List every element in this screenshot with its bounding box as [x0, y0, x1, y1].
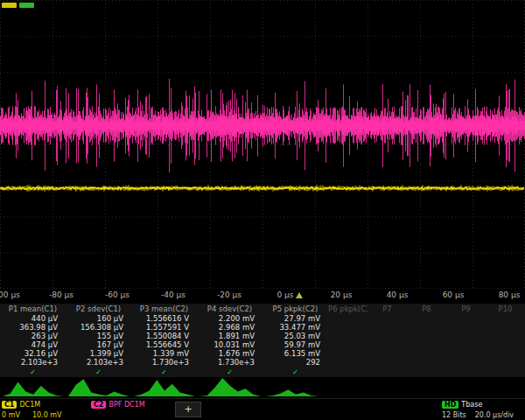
measure-value-cell: 167 µV — [66, 340, 131, 349]
annotation-chip-yellow — [2, 3, 17, 8]
measure-value-cell — [368, 358, 407, 367]
measure-value-cell: 1.730e+3 — [131, 358, 197, 367]
measure-value-cell — [328, 314, 368, 323]
timebase-label: Tbase — [461, 401, 482, 409]
axis-tick-label: 0 µs — [276, 290, 293, 299]
timebase-bits: 12 Bits — [442, 411, 466, 419]
measure-value-cell: 1.556616 V — [131, 314, 197, 323]
measure-value-cell — [446, 349, 486, 358]
histicon-thumbnail[interactable] — [265, 375, 326, 396]
measure-value-cell: 33.477 mV — [262, 323, 328, 332]
channel-descriptor-c1[interactable]: C1 DC1M 0 mV 10.0 mV — [2, 400, 89, 419]
axis-tick-label: 20 µs — [331, 290, 353, 299]
measure-header-cell[interactable]: P5 pkpk(C2) — [262, 304, 328, 314]
annotation-chip-green — [19, 3, 34, 8]
measure-value-cell — [407, 358, 446, 367]
measure-table: P1 mean(C1)P2 sdev(C1)P3 mean(C2)P4 sdev… — [0, 304, 525, 377]
measure-value-cell: 6.135 mV — [262, 349, 328, 358]
measure-value-cell: 32.16 µV — [0, 349, 66, 358]
measure-header-cell[interactable]: P2 sdev(C1) — [66, 304, 131, 314]
timebase-scale: 20.0 µs/div — [475, 411, 514, 419]
measure-value-cell: 263 µV — [0, 332, 66, 340]
measure-value-cell — [486, 358, 525, 367]
footer: C1 DC1M 0 mV 10.0 mV C2 BPF DC1M + HD Tb… — [0, 398, 525, 420]
measure-value-cell: 2.200 mV — [197, 314, 262, 323]
channel-descriptor-c2[interactable]: C2 BPF DC1M — [91, 400, 170, 409]
c1-chip: C1 — [2, 401, 17, 409]
measure-value-cell — [328, 358, 368, 367]
measure-value-cell — [486, 323, 525, 332]
measure-value-cell — [446, 323, 486, 332]
measure-value-cell: 1.399 µV — [66, 349, 131, 358]
histicon-thumbnail[interactable] — [134, 375, 195, 396]
measure-value-cell — [486, 349, 525, 358]
measure-header-cell[interactable]: P4 sdev(C2) — [197, 304, 262, 314]
trigger-marker[interactable] — [296, 292, 303, 298]
time-axis: -100 µs-80 µs-60 µs-40 µs-20 µs0 µs20 µs… — [0, 290, 525, 302]
measure-header-cell[interactable]: P7 — [368, 304, 407, 314]
measure-value-cell: 155 µV — [66, 332, 131, 340]
measure-value-cell — [407, 314, 446, 323]
measure-value-cell — [407, 349, 446, 358]
measure-header-cell[interactable]: P6 pkpk(C3) — [328, 304, 368, 314]
c1-scale: 10.0 mV — [32, 411, 62, 419]
timebase-descriptor[interactable]: HD Tbase 12 Bits 20.0 µs/div — [442, 400, 525, 419]
status-chips — [2, 3, 34, 8]
measure-value-cell — [407, 332, 446, 340]
measure-value-cell: 292 — [262, 358, 328, 367]
measure-value-cell: 10.031 mV — [197, 340, 262, 349]
measure-value-cell — [446, 340, 486, 349]
measure-value-cell — [368, 323, 407, 332]
measure-header-cell[interactable]: P3 mean(C2) — [131, 304, 197, 314]
measure-header-cell[interactable]: P9 — [446, 304, 486, 314]
measure-value-cell: 25.03 mV — [262, 332, 328, 340]
c1-offset: 0 mV — [2, 411, 20, 419]
c1-coupling: DC1M — [19, 401, 40, 409]
histicon-thumbnail[interactable] — [200, 375, 261, 396]
measure-value-cell — [328, 340, 368, 349]
measure-value-cell: 156.308 µV — [66, 323, 131, 332]
measure-value-cell: 160 µV — [66, 314, 131, 323]
measure-value-cell — [486, 340, 525, 349]
axis-tick-label: -20 µs — [217, 290, 242, 299]
histicon-thumbnail[interactable] — [3, 375, 64, 396]
axis-tick-label: 60 µs — [443, 290, 465, 299]
measure-value-cell — [407, 340, 446, 349]
measure-header-cell[interactable]: P1 mean(C1) — [0, 304, 66, 314]
measure-value-cell — [328, 349, 368, 358]
measure-value-cell: 1.550084 V — [131, 332, 197, 340]
histicon-thumbnail[interactable] — [68, 375, 130, 396]
axis-tick-label: 40 µs — [387, 290, 409, 299]
c2-coupling: BPF DC1M — [108, 401, 144, 409]
axis-tick-label: -40 µs — [161, 290, 186, 299]
measure-value-cell: 1.676 mV — [197, 349, 262, 358]
measure-value-cell — [328, 332, 368, 340]
add-trace-button[interactable]: + — [175, 402, 201, 417]
measure-value-cell: 1.891 mV — [197, 332, 262, 340]
histicon-row — [0, 375, 525, 397]
measure-value-cell — [368, 332, 407, 340]
measure-value-cell: 474 µV — [0, 340, 66, 349]
measure-value-cell — [328, 323, 368, 332]
measure-value-cell — [407, 323, 446, 332]
measure-value-cell: 59.97 mV — [262, 340, 328, 349]
measure-value-cell: 1.339 mV — [131, 349, 197, 358]
hd-mode-chip: HD — [442, 401, 458, 409]
c2-chip: C2 — [91, 401, 106, 409]
waveform-display[interactable] — [0, 0, 525, 289]
measure-value-cell — [368, 340, 407, 349]
axis-tick-label: 80 µs — [499, 290, 521, 299]
measure-value-cell: 1.730e+3 — [197, 358, 262, 367]
axis-tick-label: -60 µs — [105, 290, 130, 299]
measure-value-cell: 363.98 µV — [0, 323, 66, 332]
measure-value-cell — [486, 314, 525, 323]
axis-tick-label: -100 µs — [0, 290, 20, 299]
measure-value-cell: 2.968 mV — [197, 323, 262, 332]
measure-header-cell[interactable]: P8 — [407, 304, 446, 314]
measure-value-cell — [446, 358, 486, 367]
oscilloscope-screen: -100 µs-80 µs-60 µs-40 µs-20 µs0 µs20 µs… — [0, 0, 525, 420]
measure-value-cell: 1.556645 V — [131, 340, 197, 349]
measure-value-cell: 1.557591 V — [131, 323, 197, 332]
measure-value-cell — [368, 349, 407, 358]
measure-header-cell[interactable]: P10 — [486, 304, 525, 314]
